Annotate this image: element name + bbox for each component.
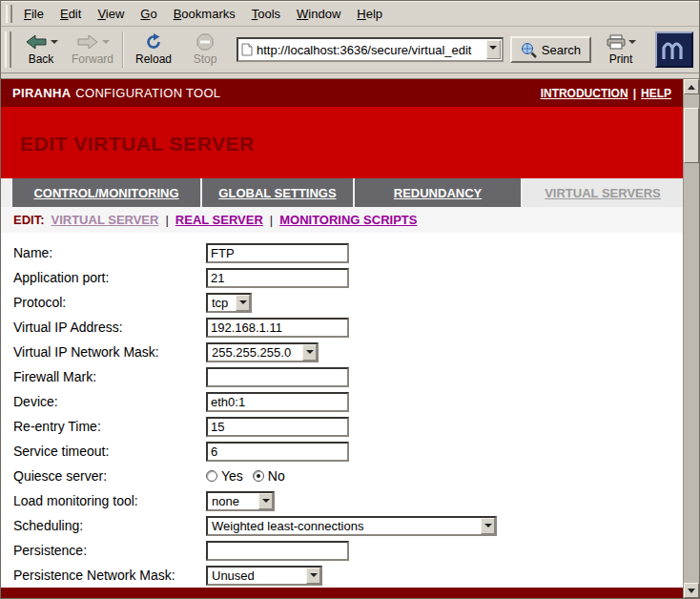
- stop-label: Stop: [194, 52, 217, 66]
- tab-redundancy[interactable]: REDUNDANCY: [355, 178, 521, 206]
- page-content: PIRANHA CONFIGURATION TOOL INTRODUCTION …: [1, 79, 683, 598]
- tab-virtual-servers[interactable]: VIRTUAL SERVERS: [523, 178, 683, 206]
- scheduling-select[interactable]: Weighted least-connections: [206, 516, 497, 536]
- help-link[interactable]: HELP: [641, 87, 671, 100]
- quiesce-no-label: No: [268, 468, 285, 484]
- vertical-scrollbar: [683, 79, 699, 598]
- print-dropdown-caret[interactable]: [628, 40, 636, 48]
- app-title: PIRANHA CONFIGURATION TOOL: [12, 86, 220, 100]
- toolbar-grip[interactable]: [5, 31, 11, 68]
- tab-label: CONTROL/MONITORING: [33, 186, 178, 200]
- persistence-netmask-select[interactable]: Unused: [206, 566, 322, 586]
- scroll-up-button[interactable]: [684, 79, 699, 94]
- forward-label: Forward: [72, 52, 113, 66]
- virtual-ip-label: Virtual IP Address:: [13, 320, 206, 335]
- page-proxy-icon: [241, 43, 253, 56]
- firewall-mark-input[interactable]: [206, 367, 349, 387]
- print-button[interactable]: Print: [593, 29, 649, 71]
- back-icon: [25, 34, 48, 50]
- next-section-bar: [1, 588, 683, 598]
- quiesce-no-radio[interactable]: [253, 470, 264, 482]
- forward-icon: [76, 34, 99, 50]
- form-row: Protocol: tcp: [13, 290, 683, 315]
- persistence-label: Persistence:: [13, 543, 206, 558]
- quiesce-radio-group: Yes No: [206, 468, 295, 484]
- form-row: Service timeout:: [13, 439, 683, 464]
- stop-button[interactable]: Stop: [180, 29, 230, 71]
- menu-bookmarks[interactable]: Bookmarks: [166, 4, 243, 24]
- persistence-input[interactable]: [206, 541, 349, 561]
- scroll-down-button[interactable]: [684, 583, 699, 598]
- url-input[interactable]: [257, 40, 483, 59]
- menubar-grip[interactable]: [6, 5, 12, 23]
- search-icon: [521, 42, 537, 58]
- print-label: Print: [609, 52, 633, 66]
- subnav-real-server-link[interactable]: REAL SERVER: [175, 213, 263, 227]
- mozilla-logo[interactable]: [655, 31, 693, 68]
- back-dropdown-caret[interactable]: [51, 40, 58, 48]
- tab-global-settings[interactable]: GLOBAL SETTINGS: [202, 178, 353, 206]
- reload-icon: [145, 33, 162, 51]
- browser-window: File Edit View Go Bookmarks Tools Window…: [0, 0, 700, 599]
- url-history-dropdown[interactable]: [486, 40, 501, 59]
- introduction-link[interactable]: INTRODUCTION: [541, 87, 628, 100]
- application-port-input[interactable]: [206, 268, 349, 288]
- menu-tools[interactable]: Tools: [244, 4, 288, 24]
- device-input[interactable]: [206, 392, 349, 412]
- quiesce-yes-radio[interactable]: [206, 470, 217, 482]
- scrollbar-track[interactable]: [684, 94, 699, 583]
- virtual-ip-input[interactable]: [206, 318, 349, 338]
- subnav-prefix: EDIT:: [13, 213, 45, 227]
- menu-edit[interactable]: Edit: [52, 4, 89, 24]
- tab-bar: CONTROL/MONITORING GLOBAL SETTINGS REDUN…: [1, 178, 683, 206]
- name-input[interactable]: [206, 243, 349, 263]
- virtual-server-form: Name: Application port: Protocol: tcp Vi…: [1, 233, 683, 588]
- form-row: Scheduling: Weighted least-connections: [13, 513, 683, 538]
- persistence-netmask-label: Persistence Network Mask:: [13, 568, 206, 583]
- reentry-time-label: Re-entry Time:: [13, 419, 206, 434]
- scheduling-label: Scheduling:: [13, 518, 206, 533]
- subnav: EDIT: VIRTUAL SERVER | REAL SERVER | MON…: [1, 207, 683, 233]
- tab-control-monitoring[interactable]: CONTROL/MONITORING: [12, 178, 200, 206]
- menu-file[interactable]: File: [16, 4, 51, 24]
- form-row: Load monitoring tool: none: [13, 488, 683, 513]
- tab-label: GLOBAL SETTINGS: [218, 186, 336, 200]
- menu-go[interactable]: Go: [133, 4, 164, 24]
- menu-window[interactable]: Window: [289, 4, 348, 24]
- protocol-select[interactable]: tcp: [206, 293, 252, 313]
- form-row: Device:: [13, 389, 683, 414]
- select-arrow-icon: [306, 568, 320, 584]
- service-timeout-input[interactable]: [206, 442, 349, 462]
- page-banner: EDIT VIRTUAL SERVER: [1, 107, 683, 178]
- load-monitoring-select[interactable]: none: [206, 491, 275, 511]
- menu-bar: File Edit View Go Bookmarks Tools Window…: [1, 1, 699, 27]
- select-arrow-icon: [236, 295, 250, 311]
- persistence-netmask-value: Unused: [208, 568, 306, 584]
- subnav-separator: |: [165, 213, 168, 227]
- header-link-separator: |: [633, 87, 636, 100]
- search-button[interactable]: Search: [510, 36, 591, 63]
- reload-label: Reload: [135, 52, 172, 66]
- reentry-time-input[interactable]: [206, 417, 349, 437]
- service-timeout-label: Service timeout:: [13, 444, 206, 459]
- scheduling-value: Weighted least-connections: [208, 518, 481, 534]
- menu-view[interactable]: View: [90, 4, 132, 24]
- subnav-virtual-server-link[interactable]: VIRTUAL SERVER: [51, 213, 159, 227]
- forward-dropdown-caret[interactable]: [102, 40, 110, 48]
- menu-help[interactable]: Help: [349, 4, 390, 24]
- select-arrow-icon: [302, 344, 317, 361]
- reload-button[interactable]: Reload: [129, 29, 178, 71]
- vip-netmask-select[interactable]: 255.255.255.0: [206, 342, 319, 362]
- brand-name: PIRANHA: [12, 86, 71, 100]
- subnav-monitoring-scripts-link[interactable]: MONITORING SCRIPTS: [279, 213, 417, 227]
- brand-rest: CONFIGURATION TOOL: [75, 86, 220, 100]
- quiesce-yes-label: Yes: [221, 468, 243, 484]
- back-button[interactable]: Back: [16, 29, 66, 71]
- protocol-label: Protocol:: [13, 295, 206, 310]
- piranha-header: PIRANHA CONFIGURATION TOOL INTRODUCTION …: [1, 79, 683, 107]
- quiesce-server-label: Quiesce server:: [13, 468, 206, 484]
- protocol-value: tcp: [208, 295, 236, 311]
- forward-button[interactable]: Forward: [68, 29, 117, 71]
- form-row: Virtual IP Address:: [13, 315, 683, 340]
- scrollbar-thumb[interactable]: [684, 108, 699, 163]
